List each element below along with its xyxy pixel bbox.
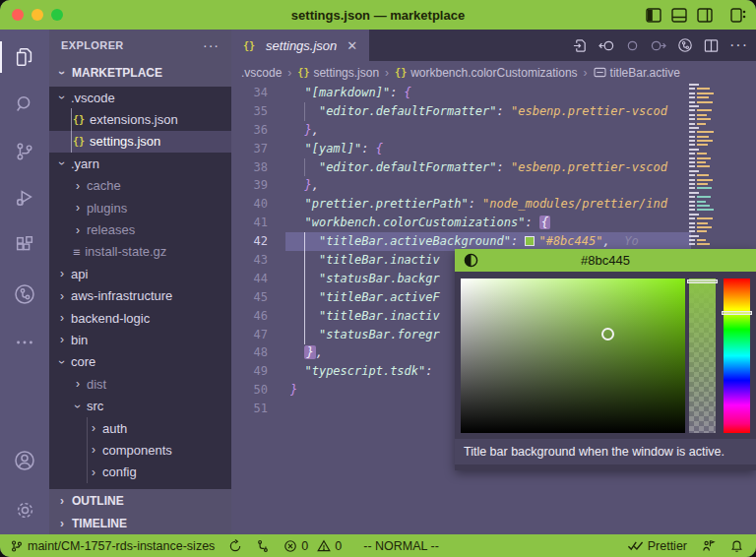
tree-item--yarn[interactable]: ›.yarn bbox=[49, 153, 231, 174]
warning-count: 0 bbox=[335, 539, 342, 553]
git-branch-item[interactable]: maint/CM-1757-rds-instance-sizes bbox=[10, 539, 215, 553]
tree-item-dist[interactable]: ›dist bbox=[49, 373, 231, 395]
minimap[interactable] bbox=[689, 84, 719, 261]
tree-item-plugins[interactable]: ›plugins bbox=[49, 197, 231, 218]
settings-gear-icon[interactable] bbox=[0, 490, 49, 529]
chevron-right-icon: › bbox=[57, 494, 67, 508]
vscode-window: settings.json — marketplace bbox=[0, 0, 756, 557]
explorer-sidebar: EXPLORER ··· › MARKETPLACE ›.vscode{}ext… bbox=[49, 30, 231, 534]
tree-item-core[interactable]: ›core bbox=[49, 351, 231, 373]
customize-layout-icon[interactable] bbox=[730, 8, 746, 23]
vim-mode-indicator[interactable]: -- NORMAL -- bbox=[363, 539, 439, 553]
chevron-down-icon: › bbox=[55, 357, 69, 367]
workspace-section-header[interactable]: › MARKETPLACE bbox=[49, 61, 231, 85]
more-editor-actions-icon[interactable]: ··· bbox=[729, 36, 748, 54]
problems-item[interactable]: 0 0 bbox=[284, 539, 342, 553]
code-line-34: "[markdown]": { bbox=[290, 84, 691, 102]
chevron-down-icon: › bbox=[55, 93, 69, 102]
close-tab-icon[interactable]: ✕ bbox=[346, 38, 357, 53]
saturation-box[interactable] bbox=[461, 278, 685, 433]
run-debug-icon[interactable] bbox=[0, 178, 49, 217]
chevron-right-icon: › bbox=[73, 201, 83, 215]
current-change-icon[interactable] bbox=[626, 39, 639, 52]
breadcrumb-item[interactable]: titleBar.active bbox=[594, 66, 680, 80]
tree-item-config[interactable]: ›config bbox=[49, 462, 231, 483]
remote-graph-icon[interactable] bbox=[0, 275, 49, 314]
sync-changes-icon[interactable] bbox=[228, 539, 242, 553]
breadcrumb-item[interactable]: {}settings.json bbox=[297, 66, 379, 80]
toggle-primary-sidebar-icon[interactable] bbox=[646, 8, 662, 23]
tree-item-label: auth bbox=[102, 421, 127, 436]
git-graph-icon[interactable] bbox=[256, 539, 270, 553]
tree-item-label: plugins bbox=[87, 201, 127, 216]
more-views-icon[interactable] bbox=[0, 323, 49, 362]
contrast-toggle-icon[interactable] bbox=[464, 253, 478, 268]
hue-strip[interactable] bbox=[724, 278, 750, 433]
notifications-bell-icon[interactable] bbox=[729, 538, 744, 553]
opacity-strip[interactable] bbox=[689, 278, 716, 433]
tree-item-install-state-gz[interactable]: ≡install-state.gz bbox=[49, 241, 231, 263]
tree-item-aws-infrastructure[interactable]: ›aws-infrastructure bbox=[49, 285, 231, 307]
toggle-panel-icon[interactable] bbox=[671, 8, 687, 23]
line-number: 45 bbox=[231, 288, 285, 307]
previous-change-icon[interactable] bbox=[598, 38, 615, 53]
tree-item--vscode[interactable]: ›.vscode bbox=[49, 87, 231, 108]
breadcrumb-separator: › bbox=[584, 66, 588, 80]
tree-item-api[interactable]: ›api bbox=[49, 263, 231, 284]
color-swatch[interactable] bbox=[525, 236, 535, 246]
chevron-right-icon: › bbox=[73, 377, 83, 391]
tree-item-src[interactable]: ›src bbox=[49, 395, 231, 416]
line-number-gutter: 343536373839404142434445464748495051 bbox=[231, 84, 285, 418]
color-picker-header: #8bc445 bbox=[455, 249, 756, 272]
explorer-more-actions-icon[interactable]: ··· bbox=[203, 37, 220, 53]
search-icon[interactable] bbox=[0, 85, 49, 124]
tree-item-label: bin bbox=[71, 333, 88, 347]
tree-item-releases[interactable]: ›releases bbox=[49, 218, 231, 240]
timeline-section-header[interactable]: › TIMELINE bbox=[49, 512, 231, 535]
formatter-item[interactable]: Prettier bbox=[627, 539, 687, 553]
line-number: 35 bbox=[231, 102, 285, 121]
accounts-icon[interactable] bbox=[0, 441, 49, 480]
color-picker-widget: #8bc445 Title bar background when the wi… bbox=[455, 249, 756, 470]
explorer-icon[interactable] bbox=[0, 37, 49, 77]
tab-settings-json[interactable]: {} settings.json ✕ bbox=[231, 30, 369, 61]
chevron-right-icon: › bbox=[57, 517, 67, 530]
source-control-icon[interactable] bbox=[0, 132, 49, 171]
opacity-handle[interactable] bbox=[687, 279, 718, 283]
tree-item-extensions-json[interactable]: {}extensions.json bbox=[49, 108, 231, 130]
tree-item-label: aws-infrastructure bbox=[71, 288, 172, 303]
open-changes-icon[interactable] bbox=[573, 38, 588, 53]
hue-handle[interactable] bbox=[722, 311, 752, 315]
saturation-picker-dot[interactable] bbox=[601, 328, 614, 340]
tree-item-cache[interactable]: ›cache bbox=[49, 175, 231, 197]
outline-section-header[interactable]: › OUTLINE bbox=[49, 489, 231, 513]
chevron-right-icon: › bbox=[89, 421, 98, 435]
line-number: 36 bbox=[231, 121, 285, 140]
split-editor-icon[interactable] bbox=[704, 38, 719, 53]
tree-item-bin[interactable]: ›bin bbox=[49, 329, 231, 350]
tree-item-settings-json[interactable]: {}settings.json bbox=[49, 131, 231, 153]
breadcrumb-label: settings.json bbox=[313, 66, 379, 80]
line-number: 44 bbox=[231, 270, 285, 288]
line-number: 41 bbox=[231, 214, 285, 232]
tree-item-label: extensions.json bbox=[90, 112, 178, 127]
tree-item-backend-logic[interactable]: ›backend-logic bbox=[49, 307, 231, 329]
breadcrumb-item[interactable]: {}workbench.colorCustomizations bbox=[395, 66, 577, 80]
code-line-38: "editor.defaultFormatter": "esbenp.prett… bbox=[290, 158, 691, 177]
breadcrumb-item[interactable]: .vscode bbox=[241, 66, 282, 80]
tree-item-label: .yarn bbox=[71, 156, 99, 171]
window-title: settings.json — marketplace bbox=[0, 8, 756, 23]
gitlens-icon[interactable] bbox=[677, 37, 693, 53]
feedback-icon[interactable] bbox=[701, 538, 716, 553]
next-change-icon[interactable] bbox=[650, 38, 666, 53]
chevron-right-icon: › bbox=[57, 289, 67, 303]
line-number: 37 bbox=[231, 140, 285, 158]
tree-item-components[interactable]: ›components bbox=[49, 439, 231, 461]
chevron-right-icon: › bbox=[89, 443, 98, 457]
tree-item-label: components bbox=[102, 443, 172, 458]
tree-item-auth[interactable]: ›auth bbox=[49, 417, 231, 439]
extensions-icon[interactable] bbox=[0, 225, 49, 265]
color-hex-value[interactable]: #8bc445 bbox=[455, 253, 756, 268]
toggle-secondary-sidebar-icon[interactable] bbox=[697, 8, 713, 23]
chevron-right-icon: › bbox=[73, 223, 83, 237]
